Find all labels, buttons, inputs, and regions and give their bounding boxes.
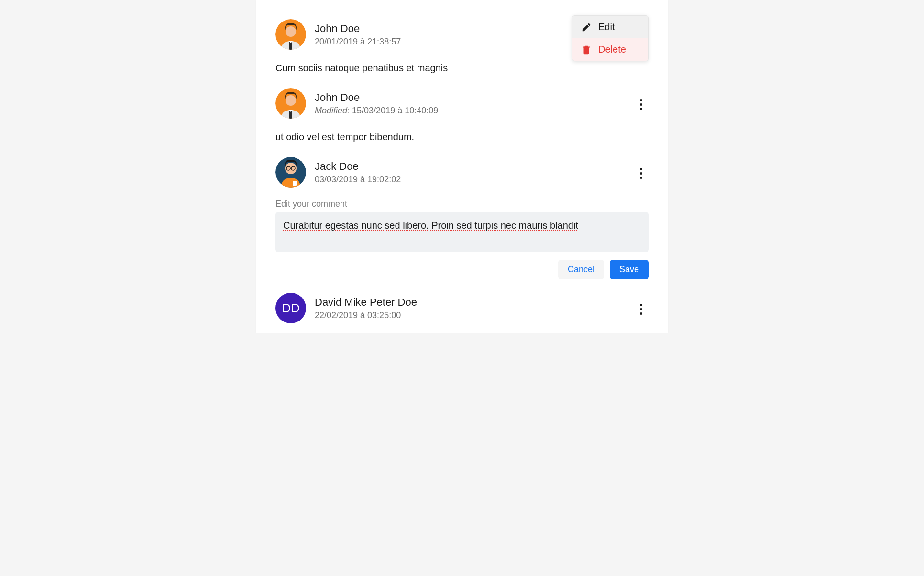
save-button[interactable]: Save <box>610 260 649 279</box>
comment-meta: John Doe Modified: 15/03/2019 à 10:40:09 <box>315 91 438 116</box>
avatar-icon <box>275 88 306 119</box>
comment-header: DD David Mike Peter Doe 22/02/2019 à 03:… <box>275 293 649 323</box>
avatar-icon <box>275 19 306 50</box>
avatar <box>275 157 306 188</box>
avatar <box>275 19 306 50</box>
modified-prefix: Modified: <box>315 106 350 115</box>
edit-menu-item[interactable]: Edit <box>572 16 648 38</box>
author-name: Jack Doe <box>315 160 401 173</box>
comment-item: DD David Mike Peter Doe 22/02/2019 à 03:… <box>275 293 649 323</box>
avatar <box>275 88 306 119</box>
edit-field-label: Edit your comment <box>275 199 649 209</box>
comment-header: Jack Doe 03/03/2019 à 19:02:02 <box>275 157 649 188</box>
more-button[interactable] <box>633 166 649 181</box>
context-menu: Edit Delete <box>572 15 649 61</box>
comment-header: John Doe Modified: 15/03/2019 à 10:40:09 <box>275 88 649 119</box>
more-vertical-icon <box>640 168 642 179</box>
comment-item: John Doe Modified: 15/03/2019 à 10:40:09… <box>275 88 649 144</box>
comment-body: ut odio vel est tempor bibendum. <box>275 130 649 144</box>
author-name: John Doe <box>315 22 401 35</box>
edit-comment-textarea[interactable] <box>275 212 649 252</box>
avatar-initials: DD <box>275 293 306 323</box>
delete-label: Delete <box>598 44 626 55</box>
avatar-icon <box>275 157 306 188</box>
comment-item: John Doe 20/01/2019 à 21:38:57 Edit Dele… <box>275 19 649 75</box>
pencil-icon <box>581 22 592 33</box>
delete-menu-item[interactable]: Delete <box>572 38 648 61</box>
more-vertical-icon <box>640 304 642 315</box>
svg-point-1 <box>286 26 296 37</box>
comments-card: John Doe 20/01/2019 à 21:38:57 Edit Dele… <box>256 0 668 333</box>
comment-meta: David Mike Peter Doe 22/02/2019 à 03:25:… <box>315 296 417 321</box>
author-name: John Doe <box>315 91 438 104</box>
more-button[interactable] <box>633 301 649 317</box>
timestamp-value: 15/03/2019 à 10:40:09 <box>352 106 438 115</box>
comment-meta: John Doe 20/01/2019 à 21:38:57 <box>315 22 401 47</box>
timestamp: 03/03/2019 à 19:02:02 <box>315 175 401 185</box>
edit-label: Edit <box>598 22 615 33</box>
more-vertical-icon <box>640 99 642 110</box>
author-name: David Mike Peter Doe <box>315 296 417 309</box>
comment-body: Cum sociis natoque penatibus et magnis <box>275 61 649 75</box>
trash-icon <box>581 44 592 55</box>
timestamp: 22/02/2019 à 03:25:00 <box>315 310 417 321</box>
more-button[interactable] <box>633 97 649 112</box>
timestamp: Modified: 15/03/2019 à 10:40:09 <box>315 106 438 116</box>
comment-meta: Jack Doe 03/03/2019 à 19:02:02 <box>315 160 401 185</box>
edit-actions: Cancel Save <box>275 260 649 279</box>
comment-item: Jack Doe 03/03/2019 à 19:02:02 Edit your… <box>275 157 649 279</box>
cancel-button[interactable]: Cancel <box>558 260 604 279</box>
svg-point-4 <box>286 95 296 106</box>
timestamp: 20/01/2019 à 21:38:57 <box>315 37 401 47</box>
svg-rect-11 <box>293 181 297 186</box>
